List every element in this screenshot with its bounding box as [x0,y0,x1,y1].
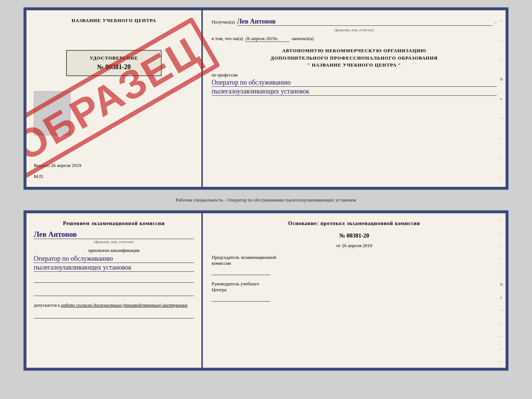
completed-suffix: окончил(а) [292,36,314,42]
top-doc-left: НАЗВАНИЕ УЧЕБНОГО ЦЕНТРА УДОСТОВЕРЕНИЕ №… [26,10,203,187]
org-line3: " НАЗВАНИЕ УЧЕБНОГО ЦЕНТРА " [307,62,401,68]
chairman-signature-block: Председатель экзаменационной комиссии [212,254,497,275]
basis-text: Основание: протокол экзаменационной коми… [212,221,497,227]
director-label: Руководитель учебного Центра [212,281,497,293]
fio-label-bottom: (фамилия, имя, отчество) [34,240,194,244]
protocol-date-val: 26 апреля 2019 [342,243,372,248]
recipient-name: Лев Антонов [237,18,492,26]
qual-line1: Оператор по обслуживанию [34,255,194,263]
profession-name-line1: Оператор по обслуживанию [212,79,497,87]
dash: – [495,19,497,25]
bottom-document: Решением экзаменационной комиссии Лев Ан… [24,210,508,371]
profession-name-line2: пылегазоулавливающих установок [212,88,497,96]
protocol-date: от 26 апреля 2019 [212,243,497,249]
cert-box: УДОСТОВЕРЕНИЕ № 00381-20 [66,50,162,76]
recipient-prefix: Получил(а) [212,19,235,25]
mp-label: М.П. [34,174,44,179]
director-signature-block: Руководитель учебного Центра [212,281,497,302]
org-title: АВТОНОМНУЮ НЕКОММЕРЧЕСКУЮ ОРГАНИЗАЦИЮ ДО… [212,47,497,69]
qual-line2: пылегазоулавливающих установок [34,264,194,272]
bottom-doc-left: Решением экзаменационной комиссии Лев Ан… [26,213,203,368]
photo-placeholder [34,91,71,135]
side-marks-top: – – – И а ← – – – [500,10,504,187]
date-value: 26 апреля 2019г. [245,36,290,42]
chairman-sig-line [212,268,270,275]
chairman-label-line2: комиссии [212,260,231,266]
blank-line-3 [34,311,194,318]
admission-italic: работе согласно должностным (производств… [61,303,187,308]
issued-line: Выдано 26 апреля 2019 [34,163,194,168]
fio-label: (фамилия, имя, отчество) [212,28,497,32]
bottom-doc-right: Основание: протокол экзаменационной коми… [203,213,506,368]
protocol-number: № 00381-20 [212,232,497,239]
blank-line-2 [34,289,194,296]
issued-label: Выдано [34,163,50,168]
director-label-line2: Центра [212,287,226,292]
recipient-line: Получил(а) Лев Антонов – [212,18,497,26]
admission-prefix: допускается к [34,303,60,308]
side-marks-bottom: – – – – – И а ← – – – – [500,213,504,368]
cert-number: № 00381-20 [74,63,154,71]
org-line1: АВТОНОМНУЮ НЕКОММЕРЧЕСКУЮ ОРГАНИЗАЦИЮ [282,48,427,53]
blank-line-1 [34,275,194,283]
director-label-line1: Руководитель учебного [212,281,259,286]
person-name: Лев Антонов [34,230,194,239]
chairman-label-line1: Председатель экзаменационной [212,254,276,260]
top-doc-right: Получил(а) Лев Антонов – (фамилия, имя, … [203,10,506,187]
org-line2: ДОПОЛНИТЕЛЬНОГО ПРОФЕССИОНАЛЬНОГО ОБРАЗО… [271,55,438,61]
decision-text: Решением экзаменационной комиссии [34,221,194,227]
date-from-label: от [336,243,341,248]
director-sig-line [212,294,270,302]
admission-text: допускается к работе согласно должностны… [34,303,194,308]
profession-label: по профессии [212,72,497,78]
cert-title: УДОСТОВЕРЕНИЕ [74,55,154,61]
chairman-label: Председатель экзаменационной комиссии [212,254,497,266]
issued-date: 26 апреля 2019 [51,163,82,168]
separator-text: Рабочая специальность - Оператор по обсл… [24,196,508,204]
top-left-title: НАЗВАНИЕ УЧЕБНОГО ЦЕНТРА [72,18,157,24]
top-document: НАЗВАНИЕ УЧЕБНОГО ЦЕНТРА УДОСТОВЕРЕНИЕ №… [24,7,508,190]
assigned-label: присвоена квалификация [34,247,194,253]
date-line: в том, что он(а) 26 апреля 2019г. окончи… [212,36,497,42]
date-prefix: в том, что он(а) [212,36,243,42]
